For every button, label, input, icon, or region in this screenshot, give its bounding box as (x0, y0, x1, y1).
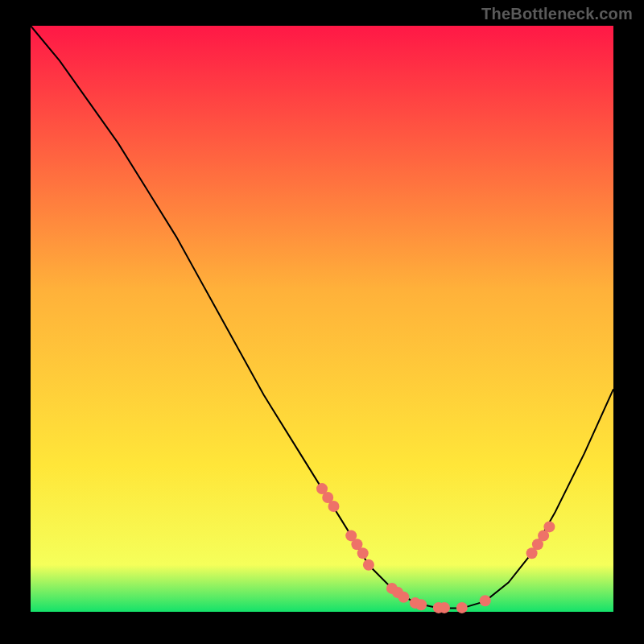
marker-point (328, 501, 340, 512)
plot-background (31, 26, 613, 612)
marker-point (398, 592, 409, 603)
marker-point (456, 602, 468, 613)
marker-point (543, 521, 555, 532)
marker-point (357, 547, 369, 559)
marker-point (415, 599, 427, 610)
marker-point (363, 559, 374, 571)
marker-point (480, 595, 491, 606)
marker-point (439, 602, 450, 613)
watermark-text: TheBottleneck.com (481, 5, 633, 23)
chart-stage: TheBottleneck.com (0, 0, 644, 644)
chart-canvas (0, 0, 644, 644)
